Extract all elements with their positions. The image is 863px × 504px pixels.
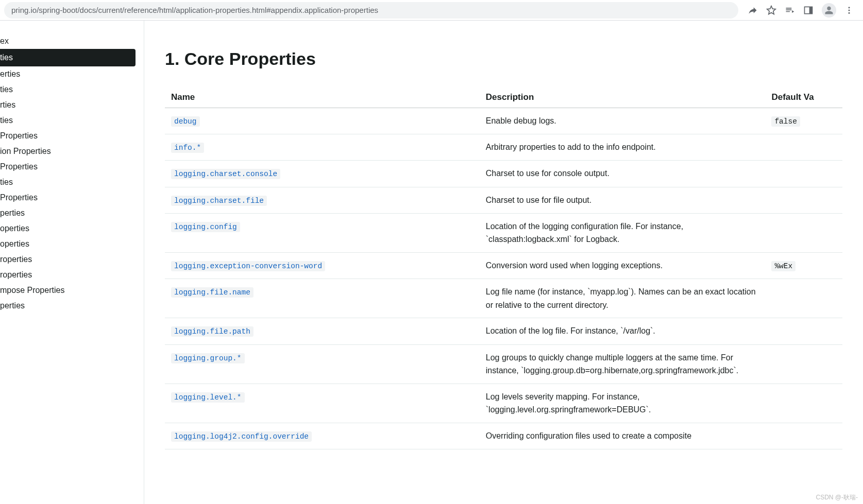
property-description: Log file name (for instance, `myapp.log`… bbox=[480, 279, 766, 318]
table-row: logging.group.*Log groups to quickly cha… bbox=[165, 344, 842, 384]
svg-rect-1 bbox=[809, 7, 813, 13]
property-default bbox=[765, 318, 842, 344]
property-description: Arbitrary properties to add to the info … bbox=[480, 134, 766, 161]
sidebar-item[interactable]: ties bbox=[0, 175, 144, 190]
table-row: logging.file.pathLocation of the log fil… bbox=[165, 318, 842, 344]
table-row: info.*Arbitrary properties to add to the… bbox=[165, 134, 842, 161]
col-name-header: Name bbox=[165, 87, 480, 108]
property-name-link[interactable]: logging.file.name bbox=[171, 287, 253, 298]
sidebar-item[interactable]: mpose Properties bbox=[0, 283, 144, 298]
property-description: Enable debug logs. bbox=[480, 108, 766, 134]
property-default bbox=[765, 344, 842, 384]
sidebar-item[interactable]: operties bbox=[0, 221, 144, 236]
sidebar-item[interactable]: rties bbox=[0, 97, 144, 113]
sidebar-item[interactable]: ex bbox=[0, 33, 144, 49]
property-default bbox=[765, 134, 842, 161]
property-default bbox=[765, 384, 842, 423]
property-default bbox=[765, 187, 842, 213]
property-name-link[interactable]: logging.level.* bbox=[171, 392, 245, 403]
watermark: CSDN @-耿瑞- bbox=[816, 493, 858, 502]
property-name-link[interactable]: logging.exception-conversion-word bbox=[171, 261, 325, 271]
playlist-icon[interactable] bbox=[785, 5, 795, 15]
property-default bbox=[765, 423, 842, 449]
property-name-link[interactable]: logging.group.* bbox=[171, 353, 245, 363]
property-description: Location of the log file. For instance, … bbox=[480, 318, 766, 344]
sidebar-item[interactable]: erties bbox=[0, 66, 144, 82]
table-row: logging.level.*Log levels severity mappi… bbox=[165, 384, 842, 423]
property-description: Charset to use for console output. bbox=[480, 161, 766, 187]
property-default bbox=[765, 279, 842, 318]
property-description: Conversion word used when logging except… bbox=[480, 252, 766, 279]
sidebar-item[interactable]: operties bbox=[0, 236, 144, 252]
properties-table: Name Description Default Va debugEnable … bbox=[165, 87, 842, 449]
svg-point-4 bbox=[849, 12, 850, 13]
table-row: logging.file.nameLog file name (for inst… bbox=[165, 279, 842, 318]
sidebar-item[interactable]: ties bbox=[0, 49, 136, 66]
property-name-link[interactable]: logging.config bbox=[171, 222, 240, 232]
property-name-link[interactable]: debug bbox=[171, 116, 200, 127]
table-row: logging.charset.fileCharset to use for f… bbox=[165, 187, 842, 213]
url-text: pring.io/spring-boot/docs/current/refere… bbox=[11, 6, 378, 14]
sidebar-item[interactable]: Properties bbox=[0, 159, 144, 175]
sidebar-item[interactable]: ties bbox=[0, 82, 144, 97]
property-default: %wEx bbox=[765, 252, 842, 279]
side-panel-icon[interactable] bbox=[803, 5, 814, 15]
sidebar-item[interactable]: perties bbox=[0, 205, 144, 221]
sidebar-item[interactable]: Properties bbox=[0, 128, 144, 144]
property-description: Log groups to quickly change multiple lo… bbox=[480, 344, 766, 384]
property-description: Charset to use for file output. bbox=[480, 187, 766, 213]
property-default: false bbox=[765, 108, 842, 134]
property-description: Overriding configuration files used to c… bbox=[480, 423, 766, 449]
table-row: logging.exception-conversion-wordConvers… bbox=[165, 252, 842, 279]
property-name-link[interactable]: logging.file.path bbox=[171, 326, 253, 337]
property-name-link[interactable]: logging.charset.console bbox=[171, 169, 280, 179]
share-icon[interactable] bbox=[748, 5, 758, 15]
menu-icon[interactable] bbox=[844, 5, 854, 15]
svg-point-3 bbox=[849, 9, 850, 11]
property-default bbox=[765, 213, 842, 252]
sidebar-item[interactable]: ion Properties bbox=[0, 144, 144, 159]
property-name-link[interactable]: logging.charset.file bbox=[171, 196, 267, 206]
col-default-header: Default Va bbox=[765, 87, 842, 108]
property-name-link[interactable]: logging.log4j2.config.override bbox=[171, 431, 312, 442]
table-row: logging.configLocation of the logging co… bbox=[165, 213, 842, 252]
table-row: debugEnable debug logs.false bbox=[165, 108, 842, 134]
toolbar-icons bbox=[742, 3, 859, 18]
sidebar-item[interactable]: ties bbox=[0, 113, 144, 128]
main-content: 1. Core Properties Name Description Defa… bbox=[144, 21, 863, 504]
svg-point-2 bbox=[849, 7, 850, 8]
page-title: 1. Core Properties bbox=[165, 49, 842, 69]
property-description: Location of the logging configuration fi… bbox=[480, 213, 766, 252]
star-icon[interactable] bbox=[766, 5, 776, 15]
browser-address-bar: pring.io/spring-boot/docs/current/refere… bbox=[0, 0, 863, 21]
col-desc-header: Description bbox=[480, 87, 766, 108]
sidebar-item[interactable]: roperties bbox=[0, 252, 144, 267]
property-description: Log levels severity mapping. For instanc… bbox=[480, 384, 766, 423]
url-field[interactable]: pring.io/spring-boot/docs/current/refere… bbox=[4, 2, 738, 19]
sidebar-item[interactable]: perties bbox=[0, 298, 144, 314]
property-default bbox=[765, 161, 842, 187]
sidebar-nav: extiesertiestiesrtiestiesPropertiesion P… bbox=[0, 21, 144, 504]
table-row: logging.charset.consoleCharset to use fo… bbox=[165, 161, 842, 187]
property-name-link[interactable]: info.* bbox=[171, 143, 204, 153]
sidebar-item[interactable]: Properties bbox=[0, 190, 144, 205]
table-row: logging.log4j2.config.overrideOverriding… bbox=[165, 423, 842, 449]
sidebar-item[interactable]: roperties bbox=[0, 267, 144, 283]
profile-avatar[interactable] bbox=[822, 3, 836, 18]
